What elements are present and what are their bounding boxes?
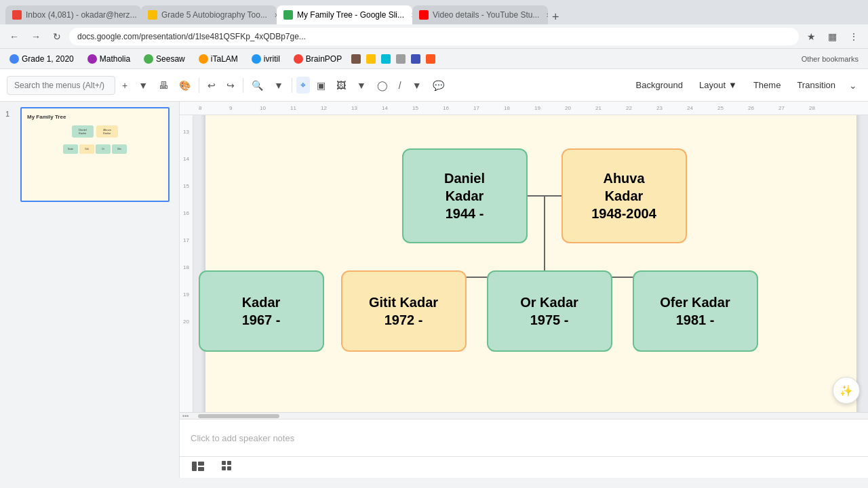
ruler-18: 18 <box>504 105 534 111</box>
ruler-15: 15 <box>412 105 443 111</box>
tab-slides-tool[interactable]: Grade 5 Autobiography Too... ✕ <box>141 5 277 24</box>
youtube-favicon <box>419 10 429 20</box>
bookmark-icon-italam <box>199 54 208 64</box>
back-button[interactable]: ← <box>5 28 23 45</box>
line-tool[interactable]: / <box>395 77 406 94</box>
bookmark-matholia[interactable]: Matholia <box>83 53 134 65</box>
selection-tool[interactable]: ▣ <box>313 77 330 94</box>
new-tab-button[interactable]: + <box>548 10 564 24</box>
speaker-notes[interactable]: Click to add speaker notes <box>180 419 868 456</box>
canvas-main[interactable]: DanielKadar1944 - AhuvaKadar1948-2004 Ka… <box>193 115 868 412</box>
slide-panel: 1 My Family Tree DanielKadar AhuvaKadar … <box>0 102 180 478</box>
bookmark-grade1[interactable]: Grade 1, 2020 <box>5 53 78 65</box>
slide-number: 1 <box>5 107 16 118</box>
extensions-button[interactable]: ▦ <box>824 28 841 45</box>
tab-gmail[interactable]: Inbox (4,081) - okadar@herz... ✕ <box>5 5 141 24</box>
more-options-button[interactable]: ⌄ <box>845 77 861 94</box>
svg-rect-11 <box>227 461 231 465</box>
bookmark-icon-extra1[interactable] <box>351 54 361 64</box>
bookmark-italam[interactable]: iTaLAM <box>195 53 242 65</box>
slide-thumbnail-1[interactable]: My Family Tree DanielKadar AhuvaKadar Ka… <box>20 107 170 202</box>
image-dropdown[interactable]: ▼ <box>353 77 370 94</box>
redo-button[interactable]: ↪ <box>222 77 239 94</box>
tab-family-tree[interactable]: My Family Tree - Google Sli... ✕ <box>277 5 412 24</box>
address-input[interactable] <box>69 28 799 45</box>
background-button[interactable]: Background <box>629 77 690 93</box>
ruler-19: 19 <box>534 105 565 111</box>
ruler-27: 27 <box>778 105 809 111</box>
bookmark-icon-extra6[interactable] <box>426 54 435 64</box>
node-daniel-kadar[interactable]: DanielKadar1944 - <box>402 148 528 243</box>
bookmark-star[interactable]: ★ <box>803 28 820 45</box>
node-ofer-label: Ofer Kadar1981 - <box>660 293 730 329</box>
address-bar-row: ← → ↻ ★ ▦ ⋮ <box>0 24 868 49</box>
vruler-13: 13 <box>183 129 189 156</box>
ruler-16: 16 <box>443 105 473 111</box>
bookmark-icon-extra5[interactable] <box>411 54 420 64</box>
tab-youtube[interactable]: Video details - YouTube Stu... ✕ <box>412 5 548 24</box>
slide-canvas[interactable]: DanielKadar1944 - AhuvaKadar1948-2004 Ka… <box>205 115 856 412</box>
layout-button[interactable]: Layout ▼ <box>692 77 744 93</box>
theme-button[interactable]: Theme <box>747 77 787 93</box>
forward-button[interactable]: → <box>27 28 45 45</box>
bookmark-label-ivritil: ivritil <box>264 54 280 64</box>
node-gitit-kadar[interactable]: Gitit Kadar1972 - <box>341 270 467 352</box>
svg-rect-9 <box>198 467 204 471</box>
scrollbar-thumb[interactable] <box>198 414 279 418</box>
thumb-child1: Kadar <box>63 144 78 154</box>
shape-tool[interactable]: ◯ <box>373 77 392 94</box>
line-dropdown[interactable]: ▼ <box>408 77 426 94</box>
node-ofer-kadar[interactable]: Ofer Kadar1981 - <box>633 270 758 352</box>
node-child-kadar[interactable]: Kadar1967 - <box>199 270 324 352</box>
comment-button[interactable]: 💬 <box>429 77 448 94</box>
horizontal-scrollbar[interactable]: ••• <box>180 412 868 419</box>
tab-bar: Inbox (4,081) - okadar@herz... ✕ Grade 5… <box>0 0 868 24</box>
bookmark-seesaw[interactable]: Seesaw <box>140 53 189 65</box>
transition-button[interactable]: Transition <box>790 77 842 93</box>
thumb-child3: Or <box>96 144 111 154</box>
ruler-10: 10 <box>260 105 290 111</box>
svg-rect-8 <box>198 462 204 466</box>
node-gitit-label: Gitit Kadar1972 - <box>369 293 438 329</box>
speaker-notes-placeholder: Click to add speaker notes <box>191 433 294 443</box>
vruler-18: 18 <box>183 264 189 291</box>
bookmark-icon-extra2[interactable] <box>366 54 376 64</box>
layout-dropdown-btn[interactable]: ▼ <box>134 77 152 94</box>
ruler-22: 22 <box>626 105 656 111</box>
tab-label-slides-tool: Grade 5 Autobiography Too... <box>161 10 267 20</box>
bookmark-icon-brainpop <box>294 54 303 64</box>
bookmark-icon-extra3[interactable] <box>381 54 391 64</box>
other-bookmarks[interactable]: Other bookmarks <box>797 54 863 64</box>
svg-rect-12 <box>222 466 226 470</box>
print-button[interactable]: 🖶 <box>155 77 172 94</box>
reload-button[interactable]: ↻ <box>49 28 65 45</box>
grid-view-button[interactable] <box>216 458 238 476</box>
format-paint-button[interactable]: 🎨 <box>175 77 195 94</box>
ai-assist-button[interactable]: ✨ <box>833 377 860 404</box>
node-ahuva-kadar[interactable]: AhuvaKadar1948-2004 <box>561 148 687 243</box>
scroll-dots[interactable]: ••• <box>182 413 189 420</box>
cursor-tool[interactable]: ⌖ <box>296 77 310 94</box>
ruler-13: 13 <box>351 105 382 111</box>
bookmark-ivritil[interactable]: ivritil <box>248 53 284 65</box>
tab-label-youtube: Video details - YouTube Stu... <box>433 10 539 20</box>
zoom-dropdown[interactable]: ▼ <box>270 77 288 94</box>
node-or-kadar[interactable]: Or Kadar1975 - <box>487 270 612 352</box>
ruler-24: 24 <box>687 105 717 111</box>
ruler-26: 26 <box>748 105 778 111</box>
insert-button[interactable]: + <box>118 77 132 94</box>
bookmarks-bar: Grade 1, 2020 Matholia Seesaw iTaLAM ivr… <box>0 49 868 69</box>
grid-icon <box>222 461 233 472</box>
bookmark-icon-extra4[interactable] <box>396 54 406 64</box>
menu-button[interactable]: ⋮ <box>845 28 863 45</box>
svg-rect-10 <box>222 461 226 465</box>
zoom-button[interactable]: 🔍 <box>248 77 267 94</box>
bookmark-label-matholia: Matholia <box>100 54 130 64</box>
undo-button[interactable]: ↩ <box>203 77 220 94</box>
image-tool[interactable]: 🖼 <box>332 77 350 94</box>
menu-search-input[interactable] <box>7 76 115 95</box>
vruler-17: 17 <box>183 237 189 264</box>
filmstrip-view-button[interactable] <box>186 459 210 476</box>
bookmark-brainpop[interactable]: BrainPOP <box>290 53 346 65</box>
vruler-14: 14 <box>183 156 189 183</box>
